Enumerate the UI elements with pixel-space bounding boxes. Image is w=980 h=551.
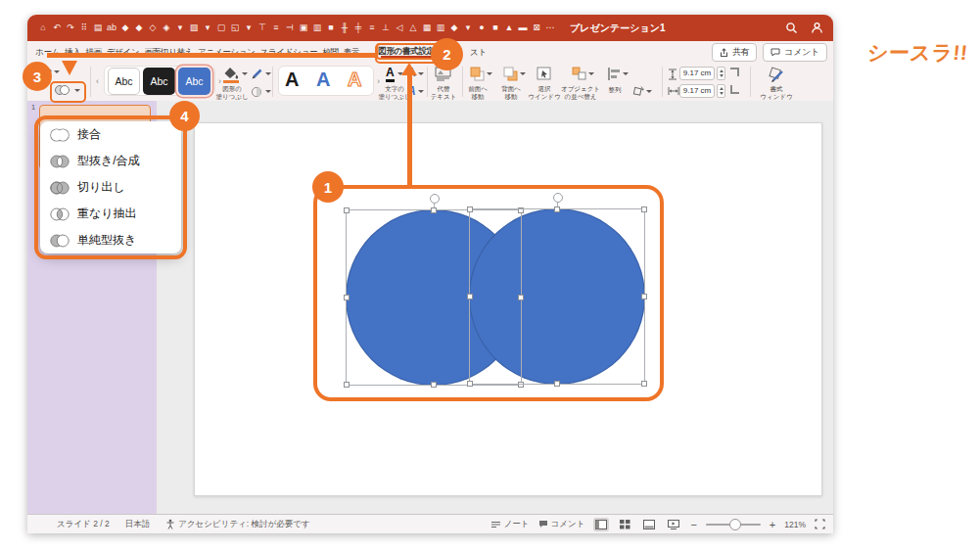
qat-icon[interactable]: ◇: [147, 23, 159, 32]
qat-icon[interactable]: ▾: [462, 23, 474, 32]
resize-handle[interactable]: [554, 381, 560, 387]
zoom-percent[interactable]: 121%: [784, 520, 806, 529]
zoom-slider-handle[interactable]: [729, 519, 741, 530]
qat-icon[interactable]: ╫: [339, 23, 350, 32]
wordart-style-black[interactable]: A: [285, 67, 299, 92]
menu-item-fragment[interactable]: 切り出し: [40, 174, 181, 201]
qat-icon[interactable]: ▥: [311, 23, 323, 32]
gallery-prev-icon[interactable]: ‹: [96, 77, 99, 86]
resize-handle[interactable]: [641, 294, 647, 299]
resize-handle[interactable]: [641, 207, 647, 212]
qat-icon[interactable]: ▨: [188, 23, 200, 32]
resize-handle[interactable]: [431, 207, 437, 213]
search-icon[interactable]: [785, 22, 798, 34]
qat-icon[interactable]: ab: [106, 23, 117, 32]
share-button[interactable]: 共有: [712, 43, 757, 62]
menu-item-intersect[interactable]: 重なり抽出: [40, 201, 181, 227]
resize-handle[interactable]: [467, 381, 473, 387]
comments-toggle[interactable]: コメント: [538, 519, 585, 530]
selection-pane-button[interactable]: [537, 67, 551, 80]
qat-icon[interactable]: ▢: [215, 23, 227, 32]
qat-icon[interactable]: ⊥: [380, 23, 392, 32]
qat-icon[interactable]: ▬: [517, 23, 529, 32]
zoom-out-button[interactable]: −: [690, 519, 696, 530]
qat-icon[interactable]: ◆: [119, 23, 131, 32]
qat-icon[interactable]: ◱: [229, 23, 241, 32]
qat-icon[interactable]: ⌂: [37, 23, 49, 32]
qat-icon[interactable]: ●: [476, 23, 488, 32]
slide-sorter-view-button[interactable]: [618, 518, 632, 531]
rotate-button[interactable]: [630, 84, 644, 98]
qat-icon[interactable]: ▣: [298, 23, 309, 32]
wordart-style-blue[interactable]: A: [316, 67, 330, 92]
shape-width-input[interactable]: 9.17 cm: [679, 84, 715, 98]
shape-style-outline[interactable]: Abc: [108, 68, 140, 95]
qat-icon[interactable]: ⠿: [78, 23, 90, 32]
qat-icon[interactable]: ⊠: [531, 23, 542, 32]
format-pane-button[interactable]: [766, 67, 785, 83]
shape-style-blue-selected[interactable]: Abc: [178, 68, 210, 95]
qat-icon[interactable]: ╪: [352, 23, 364, 32]
shape-outline-button[interactable]: [251, 68, 263, 80]
menu-item-union[interactable]: 接合: [40, 121, 181, 148]
shape-style-black[interactable]: Abc: [143, 68, 175, 95]
qat-icon[interactable]: ▾: [202, 23, 213, 32]
wordart-style-orange-outline[interactable]: A: [348, 67, 361, 92]
zoom-in-button[interactable]: +: [770, 519, 775, 530]
fit-to-window-icon[interactable]: [815, 519, 825, 529]
qat-icon[interactable]: ▤: [92, 23, 104, 32]
qat-icon[interactable]: ⊤: [257, 23, 268, 32]
qat-icon[interactable]: ■: [490, 23, 501, 32]
qat-icon[interactable]: ↷: [65, 23, 76, 32]
shape-fill-button[interactable]: [223, 67, 239, 79]
resize-handle[interactable]: [641, 381, 647, 387]
qat-icon[interactable]: ◁: [394, 23, 405, 32]
menu-item-subtract[interactable]: 単純型抜き: [40, 227, 181, 253]
merge-shapes-button[interactable]: [54, 84, 70, 96]
resize-handle[interactable]: [467, 207, 473, 212]
reading-view-button[interactable]: [641, 518, 657, 531]
qat-icon[interactable]: ◈: [161, 23, 172, 32]
slide[interactable]: [194, 122, 822, 496]
zoom-slider[interactable]: [706, 524, 761, 526]
rotation-handle[interactable]: [553, 193, 563, 203]
align-button[interactable]: [607, 68, 621, 80]
notes-button[interactable]: ノート: [490, 519, 530, 530]
menu-item-combine[interactable]: 型抜き/合成: [40, 148, 181, 174]
resize-handle[interactable]: [344, 207, 350, 213]
normal-view-button[interactable]: [593, 518, 609, 531]
text-fill-button[interactable]: A: [386, 67, 395, 82]
qat-icon[interactable]: △: [407, 23, 419, 32]
qat-icon[interactable]: ▥: [435, 23, 446, 32]
slideshow-view-button[interactable]: [666, 518, 681, 531]
resize-handle[interactable]: [467, 294, 473, 299]
tab-shape-format[interactable]: 図形の書式設定: [376, 43, 437, 60]
qat-icon[interactable]: ▾: [174, 23, 186, 32]
qat-icon[interactable]: ◆: [448, 23, 460, 32]
rotation-handle[interactable]: [430, 194, 440, 204]
qat-icon[interactable]: ⋯: [544, 23, 556, 32]
qat-icon[interactable]: ≡: [366, 23, 378, 32]
qat-icon[interactable]: ↶: [51, 23, 63, 32]
shape-effects-button[interactable]: [251, 86, 262, 98]
width-stepper[interactable]: [717, 84, 725, 98]
comments-button[interactable]: コメント: [763, 43, 827, 62]
resize-handle[interactable]: [431, 382, 437, 388]
language-status[interactable]: 日本語: [125, 519, 151, 530]
qat-icon[interactable]: ◆: [133, 23, 145, 32]
qat-icon[interactable]: ■: [325, 23, 337, 32]
account-icon[interactable]: [811, 22, 823, 34]
send-backward-button[interactable]: [503, 67, 518, 81]
resize-handle[interactable]: [344, 382, 350, 388]
qat-icon[interactable]: ▾: [243, 23, 255, 32]
qat-icon[interactable]: ▦: [421, 23, 433, 32]
resize-handle[interactable]: [554, 207, 560, 212]
resize-handle[interactable]: [344, 295, 350, 300]
arrange-objects-button[interactable]: [572, 67, 586, 80]
bring-forward-button[interactable]: [470, 67, 485, 81]
qat-icon[interactable]: ▲: [503, 23, 515, 32]
qat-icon[interactable]: ⊣: [284, 23, 296, 32]
height-stepper[interactable]: [717, 67, 725, 80]
accessibility-status[interactable]: アクセシビリティ: 検討が必要です: [165, 519, 309, 530]
shape-height-input[interactable]: 9.17 cm: [679, 67, 715, 80]
